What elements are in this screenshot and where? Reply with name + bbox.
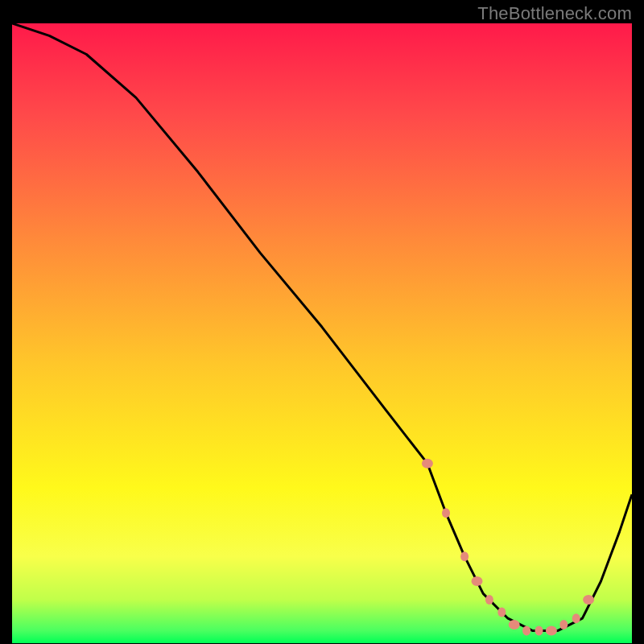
marker-dot	[422, 459, 433, 469]
marker-dot	[559, 620, 568, 630]
bottleneck-curve	[12, 23, 632, 631]
marker-dot	[522, 626, 530, 636]
marker-dot	[497, 608, 506, 617]
marker-dot	[572, 613, 580, 623]
marker-dot	[485, 595, 493, 605]
watermark-text: TheBottleneck.com	[477, 3, 632, 24]
marker-dot	[460, 551, 469, 561]
chart-area	[12, 23, 632, 643]
curve-path	[12, 23, 632, 631]
marker-dot	[472, 576, 483, 586]
highlight-markers	[422, 459, 594, 636]
chart-svg	[12, 23, 632, 643]
marker-dot	[442, 508, 450, 518]
marker-dot	[509, 620, 520, 630]
marker-dot	[546, 626, 557, 636]
marker-dot	[583, 595, 594, 605]
marker-dot	[535, 626, 543, 636]
